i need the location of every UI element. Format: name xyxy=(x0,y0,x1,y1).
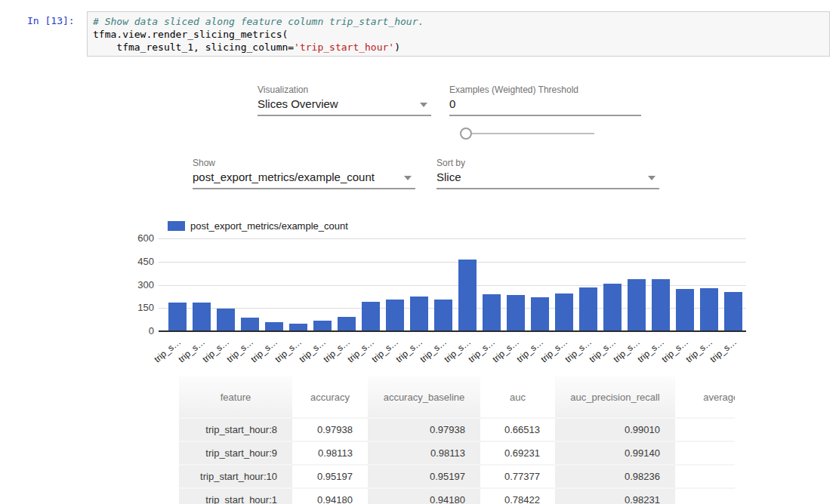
chevron-down-icon xyxy=(648,176,655,180)
column-header[interactable]: auc xyxy=(480,376,555,418)
visualization-select[interactable]: Slices Overview xyxy=(258,96,431,116)
sort-by-label: Sort by xyxy=(436,158,465,168)
bar[interactable] xyxy=(628,279,646,331)
bar[interactable] xyxy=(217,309,235,331)
code-line-2: tfma.view.render_slicing_metrics( xyxy=(93,29,288,40)
bar[interactable] xyxy=(338,317,356,331)
metric-cell: 0.1111 xyxy=(675,418,735,441)
bar[interactable] xyxy=(410,297,428,331)
column-header[interactable]: accuracy_baseline xyxy=(368,376,480,418)
metric-cell: 0.99010 xyxy=(555,418,675,441)
metric-cell: 0.69231 xyxy=(480,441,555,465)
bar[interactable] xyxy=(652,279,670,331)
bar[interactable] xyxy=(434,300,452,331)
metric-cell: 0.94180 xyxy=(292,488,368,504)
column-header[interactable]: accuracy xyxy=(292,376,368,418)
legend-label: post_export_metrics/example_count xyxy=(190,220,348,232)
gridline xyxy=(159,238,746,239)
bar[interactable] xyxy=(676,289,694,331)
chevron-down-icon xyxy=(420,103,427,107)
metric-cell: 0.78422 xyxy=(480,488,555,504)
chart-plot: 0150300450600trip_s…trip_s…trip_s…trip_s… xyxy=(159,238,746,331)
bar[interactable] xyxy=(362,302,380,331)
metric-cell: 0.97938 xyxy=(292,418,368,441)
gridline xyxy=(159,262,746,263)
feature-cell: trip_start_hour:9 xyxy=(179,441,292,465)
visualization-label: Visualization xyxy=(258,85,308,95)
metric-cell: 0.66513 xyxy=(480,418,555,441)
y-axis-tick-label: 300 xyxy=(121,279,154,290)
sort-by-value: Slice xyxy=(436,169,659,186)
bar[interactable] xyxy=(241,318,259,331)
metrics-table: featureaccuracyaccuracy_baselineaucauc_p… xyxy=(179,376,735,504)
table-body: trip_start_hour:80.979380.979380.665130.… xyxy=(179,418,735,504)
feature-cell: trip_start_hour:8 xyxy=(179,418,292,441)
metric-cell: 0.94180 xyxy=(368,488,480,504)
y-axis-tick-label: 150 xyxy=(121,302,154,313)
bar[interactable] xyxy=(386,300,404,331)
sort-by-select[interactable]: Slice xyxy=(436,169,659,189)
bar[interactable] xyxy=(507,295,525,331)
table-row: trip_start_hour:10.941800.941800.784220.… xyxy=(179,488,735,504)
metric-cell: 0.98231 xyxy=(555,488,675,504)
bar[interactable] xyxy=(555,293,573,331)
bar[interactable] xyxy=(313,321,332,331)
bar[interactable] xyxy=(724,292,742,331)
cell-input-prompt: In [13]: xyxy=(27,15,75,26)
metric-cell: 0.97938 xyxy=(368,418,480,441)
code-editor[interactable]: # Show data sliced along feature column … xyxy=(87,11,830,57)
code-string-literal: 'trip_start_hour' xyxy=(294,41,394,53)
table-row: trip_start_hour:80.979380.979380.665130.… xyxy=(179,418,735,441)
chevron-down-icon xyxy=(404,176,412,180)
bar[interactable] xyxy=(193,303,211,331)
bar[interactable] xyxy=(458,260,477,331)
column-header[interactable]: feature xyxy=(179,376,292,418)
metric-cell: 0.1901 xyxy=(675,488,735,504)
threshold-input[interactable]: 0 xyxy=(449,96,641,116)
metric-cell: 0.98236 xyxy=(555,465,675,488)
metric-cell: 0.95197 xyxy=(368,465,480,488)
table-row: trip_start_hour:100.951970.951970.773770… xyxy=(179,465,735,488)
metric-cell: 0.98113 xyxy=(292,441,368,465)
slider-handle[interactable] xyxy=(460,128,472,140)
metrics-table-container[interactable]: featureaccuracyaccuracy_baselineaucauc_p… xyxy=(179,376,735,504)
legend-swatch xyxy=(168,221,185,231)
table-row: trip_start_hour:90.981130.981130.692310.… xyxy=(179,441,735,465)
code-comment: # Show data sliced along feature column … xyxy=(93,16,424,27)
y-axis-tick-label: 0 xyxy=(121,325,154,337)
bar[interactable] xyxy=(603,284,622,331)
bar[interactable] xyxy=(579,287,597,331)
bar[interactable] xyxy=(700,288,718,331)
feature-cell: trip_start_hour:10 xyxy=(179,465,292,488)
show-label: Show xyxy=(193,158,215,168)
column-header[interactable]: auc_precision_recall xyxy=(555,376,675,418)
x-axis-line xyxy=(159,330,746,332)
bar[interactable] xyxy=(168,303,187,331)
code-line-3: tfma_result_1, slicing_column='trip_star… xyxy=(93,41,400,53)
metric-cell: 0.0892 xyxy=(675,441,735,465)
threshold-value: 0 xyxy=(449,96,641,112)
metric-cell: 0.77377 xyxy=(480,465,555,488)
column-header[interactable]: average_loss xyxy=(675,376,735,418)
show-select[interactable]: post_export_metrics/example_count xyxy=(193,169,415,189)
feature-cell: trip_start_hour:1 xyxy=(179,488,292,504)
threshold-slider[interactable] xyxy=(461,133,594,134)
metric-cell: 0.99140 xyxy=(555,441,675,465)
threshold-label: Examples (Weighted) Threshold xyxy=(449,85,578,95)
show-value: post_export_metrics/example_count xyxy=(193,169,415,186)
metric-cell: 0.98113 xyxy=(368,441,480,465)
y-axis-tick-label: 450 xyxy=(121,256,154,267)
metric-cell: 0.1541 xyxy=(675,465,735,488)
y-axis-tick-label: 600 xyxy=(121,232,154,244)
table-header: featureaccuracyaccuracy_baselineaucauc_p… xyxy=(179,376,735,418)
bar[interactable] xyxy=(483,294,501,331)
visualization-value: Slices Overview xyxy=(258,96,431,112)
metric-cell: 0.95197 xyxy=(292,465,368,488)
bar[interactable] xyxy=(531,297,549,331)
